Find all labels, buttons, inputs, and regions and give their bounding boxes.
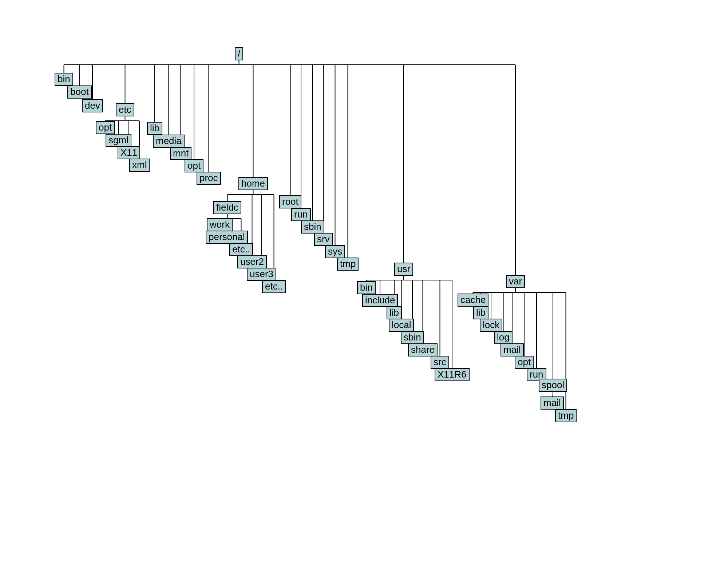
- tree-node-var: var: [506, 275, 525, 288]
- tree-node-root-dir: root: [279, 195, 301, 208]
- tree-node-fieldc: fieldc: [213, 201, 241, 214]
- tree-node-usr-include: include: [362, 294, 398, 307]
- tree-node-spool-mail: mail: [541, 396, 564, 410]
- tree-node-user2: user2: [237, 255, 267, 268]
- tree-node-usr-lib: lib: [387, 306, 402, 319]
- tree-node-personal: personal: [206, 231, 248, 244]
- tree-node-work: work: [207, 218, 233, 231]
- tree-node-lib: lib: [147, 122, 162, 135]
- tree-node-var-log: log: [494, 331, 513, 344]
- tree-node-var-opt: opt: [515, 356, 534, 369]
- tree-node-var-mail: mail: [500, 343, 524, 356]
- tree-node-bin: bin: [55, 73, 73, 86]
- tree-node-media: media: [153, 135, 185, 148]
- tree-node-dev: dev: [82, 99, 103, 112]
- tree-node-srv: srv: [314, 233, 333, 246]
- tree-node-etc-opt: opt: [96, 121, 115, 134]
- tree-node-user3: user3: [247, 268, 276, 281]
- tree-node-sbin: sbin: [301, 220, 324, 234]
- tree-node-run: run: [291, 208, 311, 221]
- tree-node-usr-local: local: [389, 319, 414, 332]
- tree-node-var-spool: spool: [539, 379, 567, 392]
- tree-node-var-lib: lib: [473, 306, 488, 319]
- tree-node-usr-share: share: [408, 343, 438, 356]
- tree-node-etc-sgml: sgml: [106, 134, 131, 147]
- tree-node-etcdots1: etc..: [229, 243, 253, 256]
- tree-node-etc-xml: xml: [129, 159, 150, 172]
- tree-node-usr-src: src: [431, 356, 449, 369]
- tree-node-var-lock: lock: [480, 319, 502, 332]
- tree-node-etcdots2: etc..: [262, 280, 286, 293]
- tree-node-etc: etc: [116, 103, 134, 116]
- tree-node-var-tmp: tmp: [555, 409, 577, 422]
- tree-node-usr-sbin: sbin: [401, 331, 424, 344]
- tree-node-sys: sys: [325, 245, 345, 258]
- tree-node-boot: boot: [67, 85, 92, 99]
- tree-node-opt: opt: [185, 159, 203, 172]
- tree-node-var-cache: cache: [458, 294, 488, 307]
- tree-node-etc-x11: X11: [118, 146, 140, 159]
- tree-node-root: /: [235, 47, 243, 60]
- tree-node-usr-bin: bin: [357, 281, 376, 294]
- tree-node-proc: proc: [197, 172, 221, 185]
- tree-node-mnt: mnt: [170, 147, 191, 160]
- tree-node-usr-x11r6: X11R6: [435, 368, 470, 381]
- tree-node-home: home: [238, 177, 268, 190]
- tree-node-usr: usr: [394, 263, 413, 276]
- tree-node-tmp: tmp: [337, 258, 359, 271]
- filesystem-tree-diagram: /binbootdevetcoptsgmlX11xmllibmediamntop…: [0, 0, 728, 582]
